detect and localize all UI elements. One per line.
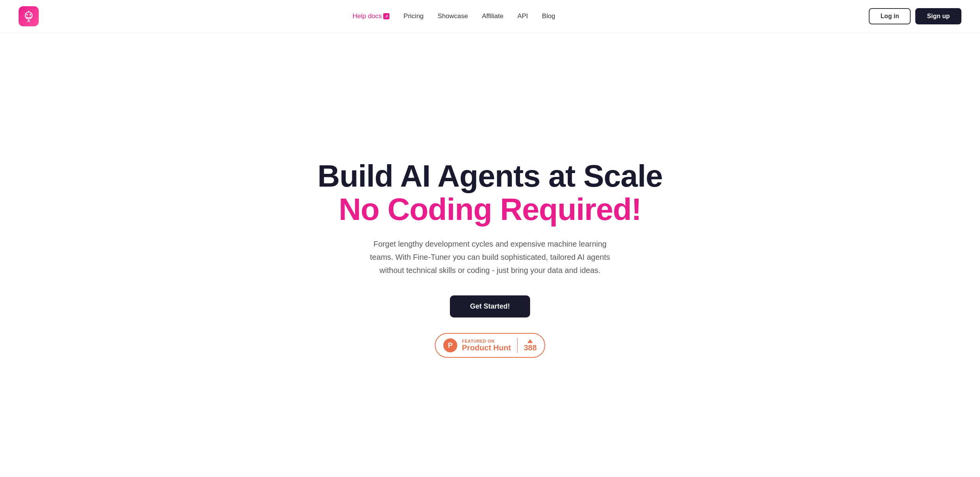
nav-help-docs[interactable]: Help docs ↗ [353, 12, 390, 20]
logo[interactable] [19, 6, 39, 26]
login-button[interactable]: Log in [869, 8, 911, 24]
nav-showcase[interactable]: Showcase [437, 12, 468, 20]
product-hunt-text: FEATURED ON Product Hunt [462, 339, 511, 352]
svg-line-5 [29, 20, 30, 22]
nav-affiliate[interactable]: Affiliate [482, 12, 503, 20]
product-hunt-badge[interactable]: P FEATURED ON Product Hunt 388 [435, 333, 545, 358]
get-started-button[interactable]: Get Started! [450, 295, 530, 317]
hero-title-line1: Build AI Agents at Scale [317, 160, 662, 192]
nav-blog[interactable]: Blog [542, 12, 555, 20]
svg-point-2 [29, 14, 31, 15]
hero-subtitle: Forget lengthy development cycles and ex… [366, 237, 614, 277]
product-hunt-featured-label: FEATURED ON [462, 339, 494, 343]
product-hunt-divider [517, 338, 518, 353]
product-hunt-votes: 388 [524, 339, 537, 352]
logo-icon [19, 6, 39, 26]
navbar: Help docs ↗ Pricing Showcase Affiliate A… [0, 0, 980, 33]
upvote-arrow-icon [527, 339, 533, 343]
nav-api[interactable]: API [517, 12, 528, 20]
product-hunt-name: Product Hunt [462, 343, 511, 352]
hero-title-line2: No Coding Required! [339, 192, 641, 226]
signup-button[interactable]: Sign up [915, 8, 961, 24]
nav-links: Help docs ↗ Pricing Showcase Affiliate A… [353, 12, 555, 20]
product-hunt-logo: P [443, 338, 457, 352]
navbar-actions: Log in Sign up [869, 8, 961, 24]
hero-section: Build AI Agents at Scale No Coding Requi… [0, 33, 980, 477]
external-link-icon: ↗ [383, 13, 389, 19]
svg-point-1 [26, 14, 28, 15]
product-hunt-count: 388 [524, 344, 537, 352]
nav-pricing[interactable]: Pricing [403, 12, 424, 20]
